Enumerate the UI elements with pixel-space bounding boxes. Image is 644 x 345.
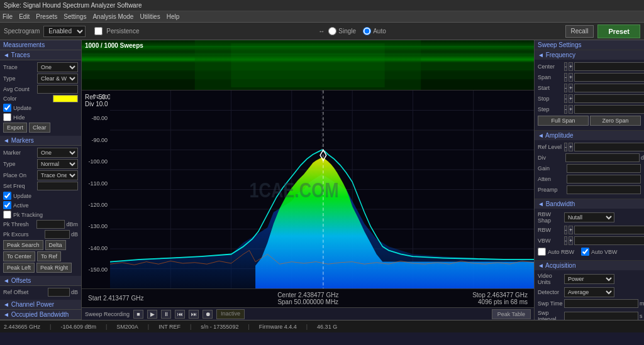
ref-level-input[interactable]: -50.000 xyxy=(574,143,644,151)
center-plus-btn[interactable]: + xyxy=(569,62,573,71)
status-bar: 2.443665 GHz | -104.609 dBm | SM200A | I… xyxy=(0,320,644,332)
single-radio[interactable] xyxy=(328,27,336,35)
vbw-plus-btn[interactable]: + xyxy=(569,236,573,245)
occupied-bw-section: ◄ Occupied Bandwidth Enabled % Power 99.… xyxy=(0,310,81,320)
rec-pause-button[interactable]: ⏸ xyxy=(161,310,171,319)
menu-presets[interactable]: Presets xyxy=(36,13,57,20)
pk-tracking-checkbox[interactable] xyxy=(3,211,11,219)
start-row: Start - + 2.413477 GHz xyxy=(538,84,641,92)
type-select[interactable]: Clear & Write xyxy=(37,74,78,84)
occ-bw-header[interactable]: ◄ Occupied Bandwidth xyxy=(0,310,81,320)
vbw-input[interactable]: 30.000000 xyxy=(574,236,644,245)
update-checkbox[interactable] xyxy=(3,104,11,112)
to-center-button[interactable]: To Center xyxy=(3,251,35,261)
step-input[interactable]: 20.000000 xyxy=(574,105,644,114)
ref-level-minus-btn[interactable]: - xyxy=(564,143,567,151)
svg-rect-7 xyxy=(231,43,384,87)
set-freq-input[interactable]: 1.000000 MHz xyxy=(37,182,78,190)
detector-select[interactable]: Average xyxy=(564,287,614,297)
start-minus-btn[interactable]: - xyxy=(564,84,567,92)
center-freq-input[interactable]: 2.438477 xyxy=(574,62,644,71)
ref-offset-input[interactable]: 0.00 xyxy=(48,288,70,297)
peak-table-button[interactable]: Peak Table xyxy=(492,309,531,319)
rec-start-button[interactable]: ⏺ xyxy=(203,310,213,319)
swp-interval-input[interactable]: 0.0 xyxy=(564,312,638,320)
menu-settings[interactable]: Settings xyxy=(64,13,86,20)
stop-plus-btn[interactable]: + xyxy=(569,94,573,103)
preset-button[interactable]: Preset xyxy=(597,25,640,38)
markers-header[interactable]: ◄ Markers xyxy=(0,136,81,146)
recall-button[interactable]: Recall xyxy=(565,25,594,38)
bandwidth-header[interactable]: ◄ Bandwidth xyxy=(535,199,644,209)
swp-time-input[interactable]: 1.000 xyxy=(564,299,638,308)
stop-input[interactable]: 2.463477 xyxy=(574,94,644,103)
ref-offset-row: Ref Offset 0.00 dB xyxy=(3,288,78,297)
trace-select[interactable]: OneTwo xyxy=(37,62,78,72)
full-span-button[interactable]: Full Span xyxy=(538,116,589,126)
vbw-minus-btn[interactable]: - xyxy=(564,236,567,245)
traces-header[interactable]: ◄ Traces xyxy=(0,50,81,60)
stop-minus-btn[interactable]: - xyxy=(564,94,567,103)
hide-checkbox[interactable] xyxy=(3,113,11,121)
rec-stop-button[interactable]: ■ xyxy=(133,310,143,319)
avg-count-input[interactable]: 10 xyxy=(37,85,78,94)
stop-freq-label: Stop 2.463477 GHz xyxy=(472,292,528,298)
menu-help[interactable]: Help xyxy=(167,13,180,20)
zero-span-button[interactable]: Zero Span xyxy=(590,116,641,126)
persistence-checkbox[interactable] xyxy=(94,27,103,35)
video-units-select[interactable]: Power xyxy=(564,274,614,284)
preamp-input[interactable]: N/A xyxy=(567,185,641,194)
export-button[interactable]: Export xyxy=(3,123,27,133)
menu-edit[interactable]: Edit xyxy=(19,13,30,20)
sweep-settings-header[interactable]: Sweep Settings xyxy=(535,40,644,50)
peak-left-button[interactable]: Peak Left xyxy=(3,263,35,273)
rec-play-button[interactable]: ▶ xyxy=(147,310,157,319)
start-plus-btn[interactable]: + xyxy=(569,84,573,92)
clear-button[interactable]: Clear xyxy=(29,123,50,133)
ref-level-plus-btn[interactable]: + xyxy=(569,143,573,151)
span-minus-btn[interactable]: - xyxy=(564,73,567,82)
step-minus-btn[interactable]: - xyxy=(564,105,567,114)
rec-prev-button[interactable]: ⏮ xyxy=(175,310,185,319)
auto-vbw-checkbox[interactable] xyxy=(581,248,589,256)
to-ref-button[interactable]: To Ref xyxy=(37,251,61,261)
span-plus-btn[interactable]: + xyxy=(569,73,573,82)
y-label-1: -70.00 xyxy=(83,94,109,100)
frequency-header[interactable]: ◄ Frequency xyxy=(535,50,644,60)
channel-power-header[interactable]: ◄ Channel Power xyxy=(0,300,81,310)
atten-input[interactable]: Auto xyxy=(567,175,641,183)
delta-button[interactable]: Delta xyxy=(45,240,66,250)
update-marker-checkbox[interactable] xyxy=(3,192,11,200)
div-input[interactable]: 10.0 xyxy=(565,153,640,162)
step-plus-btn[interactable]: + xyxy=(569,105,573,114)
active-checkbox[interactable] xyxy=(3,201,11,209)
spectrogram-select[interactable]: Enabled Disabled xyxy=(43,26,86,37)
color-swatch[interactable] xyxy=(53,95,78,102)
pk-thresh-input[interactable]: -100.000 xyxy=(36,220,65,229)
gain-input[interactable]: N/A xyxy=(567,164,641,173)
acquisition-header[interactable]: ◄ Acquisition xyxy=(535,261,644,270)
marker-select[interactable]: One xyxy=(37,148,78,158)
rbw-plus-btn[interactable]: + xyxy=(569,226,573,234)
center-minus-btn[interactable]: - xyxy=(564,62,567,71)
auto-rbw-checkbox[interactable] xyxy=(538,248,546,256)
rbw-shape-select[interactable]: Nutall xyxy=(564,212,614,222)
menu-utilities[interactable]: Utilities xyxy=(140,13,160,20)
pk-excurs-input[interactable]: 6.00 xyxy=(45,230,70,239)
span-input[interactable]: 50.000000 xyxy=(574,73,644,82)
menu-file[interactable]: File xyxy=(3,13,13,20)
peak-right-button[interactable]: Peak Right xyxy=(36,263,72,273)
amplitude-header[interactable]: ◄ Amplitude xyxy=(535,131,644,140)
measurements-header[interactable]: Measurements xyxy=(0,40,81,50)
single-label: Single xyxy=(338,28,356,35)
rbw-input[interactable]: 30.000000 xyxy=(574,226,644,234)
marker-type-select[interactable]: Normal xyxy=(37,159,78,169)
auto-radio[interactable] xyxy=(363,27,371,35)
start-input[interactable]: 2.413477 xyxy=(574,84,644,92)
rec-next-button[interactable]: ⏭ xyxy=(189,310,199,319)
rbw-minus-btn[interactable]: - xyxy=(564,226,567,234)
offsets-header[interactable]: ◄ Offsets xyxy=(0,276,81,286)
peak-search-button[interactable]: Peak Search xyxy=(3,240,43,250)
menu-analysis-mode[interactable]: Analysis Mode xyxy=(92,13,133,20)
place-on-select[interactable]: Trace One xyxy=(37,170,78,180)
